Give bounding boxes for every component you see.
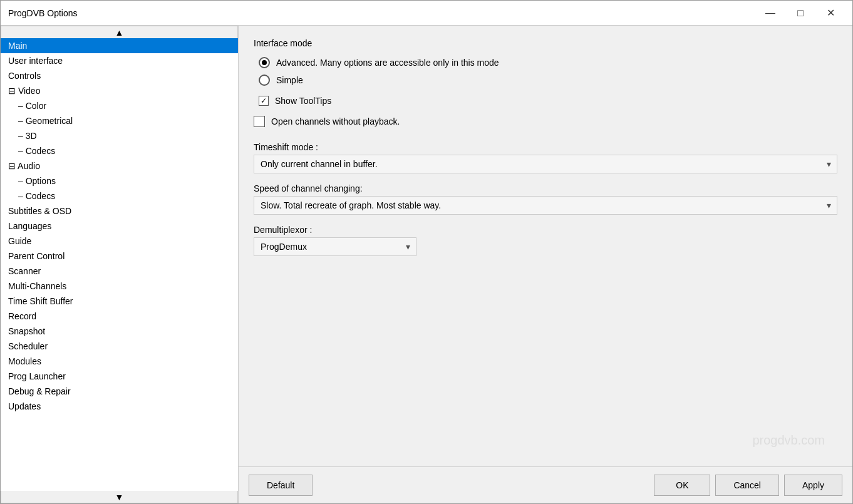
title-bar-controls: — □ ✕ <box>756 4 845 23</box>
speed-row: Speed of channel changing: Slow. Total r… <box>254 183 837 215</box>
sidebar-item-record[interactable]: Record <box>1 309 238 324</box>
radio-simple[interactable]: Simple <box>259 75 837 86</box>
sidebar-scroll[interactable]: MainUser interfaceControls⊟ Video– Color… <box>1 38 238 491</box>
close-button[interactable]: ✕ <box>816 4 845 23</box>
window-title: ProgDVB Options <box>8 8 756 18</box>
speed-label: Speed of channel changing: <box>254 183 837 193</box>
main-window: ProgDVB Options — □ ✕ ▲ MainUser interfa… <box>0 0 853 504</box>
sidebar-item-color[interactable]: – Color <box>1 98 238 113</box>
sidebar-item-modules[interactable]: Modules <box>1 354 238 369</box>
speed-select-wrapper: Slow. Total recreate of graph. Most stab… <box>254 196 837 215</box>
timeshift-select[interactable]: Only current channel in buffer.All chann… <box>254 155 837 173</box>
sidebar-item-guide[interactable]: Guide <box>1 234 238 249</box>
sidebar-item-debug-repair[interactable]: Debug & Repair <box>1 384 238 399</box>
minimize-button[interactable]: — <box>756 4 785 23</box>
sidebar: ▲ MainUser interfaceControls⊟ Video– Col… <box>1 26 239 503</box>
timeshift-select-wrapper: Only current channel in buffer.All chann… <box>254 155 837 173</box>
checkbox-open-channels-box <box>254 116 265 127</box>
sidebar-item-controls[interactable]: Controls <box>1 68 238 83</box>
radio-advanced-label: Advanced. Many options are accessible on… <box>276 58 499 68</box>
sidebar-item-subtitles-osd[interactable]: Subtitles & OSD <box>1 203 238 219</box>
maximize-button[interactable]: □ <box>786 4 815 23</box>
timeshift-label: Timeshift mode : <box>254 142 837 152</box>
checkbox-open-channels-label: Open channels without playback. <box>271 116 400 126</box>
sidebar-item-parent-control[interactable]: Parent Control <box>1 249 238 264</box>
sidebar-item-time-shift-buffer[interactable]: Time Shift Buffer <box>1 294 238 309</box>
scroll-down-button[interactable]: ▼ <box>1 491 238 503</box>
checkbox-tooltips-box <box>259 96 269 106</box>
interface-mode-label: Interface mode <box>254 38 837 48</box>
sidebar-item-prog-launcher[interactable]: Prog Launcher <box>1 369 238 384</box>
sidebar-item-snapshot[interactable]: Snapshot <box>1 324 238 339</box>
timeshift-row: Timeshift mode : Only current channel in… <box>254 142 837 173</box>
sidebar-item-video[interactable]: ⊟ Video <box>1 83 238 98</box>
main-panel: Interface mode Advanced. Many options ar… <box>239 26 852 466</box>
checkbox-tooltips[interactable]: Show ToolTips <box>254 96 837 106</box>
demux-label: Demultiplexor : <box>254 225 837 235</box>
cancel-button[interactable]: Cancel <box>715 475 779 496</box>
sidebar-item-user-interface[interactable]: User interface <box>1 53 238 68</box>
sidebar-item-audio[interactable]: ⊟ Audio <box>1 158 238 173</box>
sidebar-item-options-audio[interactable]: – Options <box>1 173 238 188</box>
radio-simple-label: Simple <box>276 75 303 85</box>
sidebar-item-scheduler[interactable]: Scheduler <box>1 339 238 354</box>
sidebar-item-main[interactable]: Main <box>1 38 238 53</box>
sidebar-item-scanner[interactable]: Scanner <box>1 264 238 279</box>
sidebar-item-geometrical[interactable]: – Geometrical <box>1 113 238 128</box>
watermark: progdvb.com <box>752 433 825 448</box>
content-area: ▲ MainUser interfaceControls⊟ Video– Col… <box>1 26 852 503</box>
checkbox-open-channels[interactable]: Open channels without playback. <box>254 116 837 127</box>
speed-select[interactable]: Slow. Total recreate of graph. Most stab… <box>254 196 837 215</box>
sidebar-item-updates[interactable]: Updates <box>1 399 238 414</box>
main-content-wrapper: Interface mode Advanced. Many options ar… <box>239 26 852 503</box>
radio-simple-circle <box>259 75 270 86</box>
footer: Default OK Cancel Apply <box>239 466 852 503</box>
demux-select[interactable]: ProgDemuxSystem Demux <box>254 237 416 256</box>
sidebar-item-languages[interactable]: Languages <box>1 219 238 234</box>
radio-advanced-circle <box>259 57 270 68</box>
apply-button[interactable]: Apply <box>784 475 842 496</box>
radio-advanced[interactable]: Advanced. Many options are accessible on… <box>259 57 837 68</box>
demux-select-wrapper: ProgDemuxSystem Demux <box>254 237 416 256</box>
sidebar-item-multi-channels[interactable]: Multi-Channels <box>1 279 238 294</box>
demux-row: Demultiplexor : ProgDemuxSystem Demux <box>254 225 837 256</box>
ok-button[interactable]: OK <box>654 475 710 496</box>
scroll-up-button[interactable]: ▲ <box>1 26 238 38</box>
sidebar-item-3d[interactable]: – 3D <box>1 128 238 143</box>
sidebar-item-codecs-video[interactable]: – Codecs <box>1 143 238 158</box>
radio-group-interface: Advanced. Many options are accessible on… <box>254 57 837 86</box>
sidebar-item-codecs-audio[interactable]: – Codecs <box>1 188 238 203</box>
default-button[interactable]: Default <box>249 475 313 496</box>
checkbox-tooltips-label: Show ToolTips <box>275 96 331 106</box>
title-bar: ProgDVB Options — □ ✕ <box>1 1 852 26</box>
